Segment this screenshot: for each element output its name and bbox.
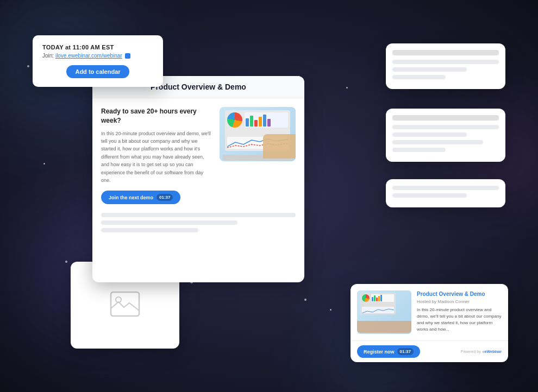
powered-by: Powered by eeWebinar: [461, 350, 502, 353]
demo-host: Hosted by Madison Conner: [417, 299, 502, 304]
dot-2: [43, 163, 45, 165]
main-card-bottom-skeleton: [92, 213, 304, 244]
register-card-inner: Product Overview & Demo Hosted by Madiso…: [351, 284, 508, 340]
dot-6: [346, 87, 348, 88]
thumb-hand: [357, 321, 411, 333]
pie-chart: [227, 112, 242, 128]
demo-title: Product Overview & Demo: [417, 290, 502, 298]
skeleton-rm-5: [392, 148, 446, 152]
register-timer: 01:37: [397, 348, 414, 355]
register-card-footer: Register now 01:37 Powered by eeWebinar: [351, 340, 508, 362]
skeleton-3: [101, 228, 198, 232]
hand-typing: [263, 134, 296, 159]
main-card-body: Ready to save 20+ hours every week? In t…: [92, 98, 304, 213]
dot-8: [330, 309, 331, 311]
register-now-button[interactable]: Register now 01:37: [357, 345, 420, 358]
skeleton-rt-1: [392, 50, 499, 55]
dot-5: [304, 299, 306, 301]
notification-card: TODAY at 11:00 AM EST Join: ilove.ewebin…: [33, 35, 163, 87]
right-mid-card: [386, 109, 505, 162]
placeholder-icon: [110, 291, 140, 319]
main-card-image: [220, 107, 296, 161]
demo-info: Product Overview & Demo Hosted by Madiso…: [417, 290, 502, 334]
demo-thumbnail: [357, 290, 411, 334]
right-extra-card: [386, 179, 505, 207]
join-prefix: Join:: [42, 53, 55, 59]
skeleton-re-2: [392, 193, 467, 198]
skeleton-rt-2: [392, 60, 499, 64]
thumb-laptop-screen: [360, 293, 396, 314]
add-to-calendar-button[interactable]: Add to calendar: [66, 65, 129, 78]
skeleton-2: [101, 220, 237, 225]
demo-description: In this 20-minute product overview and d…: [417, 307, 502, 333]
brand-label: eWebinar: [485, 350, 502, 353]
today-text: TODAY at 11:00 AM EST: [42, 44, 153, 50]
main-card-headline: Ready to save 20+ hours every week?: [101, 107, 212, 125]
ewebinar-brand: eeWebinar: [483, 350, 502, 353]
thumb-image: [357, 290, 411, 334]
dot-3: [65, 261, 67, 263]
main-webinar-card: Product Overview & Demo Ready to save 20…: [92, 76, 304, 282]
skeleton-rm-3: [392, 132, 467, 137]
join-text: Join: ilove.ewebinar.com/webinar: [42, 53, 153, 59]
right-top-card: [386, 43, 505, 89]
main-card-description: In this 20-minute product overview and d…: [101, 130, 212, 185]
register-card: Product Overview & Demo Hosted by Madiso…: [351, 284, 508, 362]
skeleton-rm-2: [392, 125, 499, 129]
laptop-illustration: [220, 107, 296, 161]
register-button-label: Register now: [364, 349, 395, 355]
join-link[interactable]: ilove.ewebinar.com/webinar: [55, 53, 122, 59]
main-card-text: Ready to save 20+ hours every week? In t…: [101, 107, 212, 204]
powered-by-label: Powered by: [461, 350, 481, 353]
dot-1: [27, 65, 29, 67]
skeleton-1: [101, 213, 296, 217]
copy-icon[interactable]: [125, 53, 130, 59]
skeleton-rt-4: [392, 75, 446, 79]
join-next-demo-button[interactable]: Join the next demo 01:37: [101, 191, 180, 204]
join-button-label: Join the next demo: [109, 195, 153, 200]
join-timer: 01:37: [157, 194, 173, 201]
skeleton-re-1: [392, 186, 499, 190]
skeleton-rm-4: [392, 140, 483, 144]
skeleton-rt-3: [392, 67, 467, 72]
bar-chart-area: [245, 112, 288, 128]
skeleton-rm-1: [392, 115, 499, 121]
